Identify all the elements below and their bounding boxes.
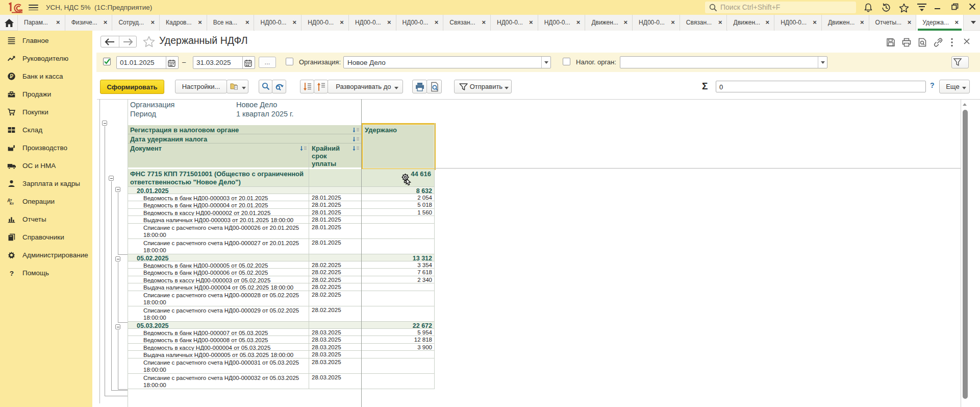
svg-text:Кт: Кт: [10, 201, 14, 206]
svg-text:P: P: [10, 74, 14, 79]
svg-text:?: ?: [10, 270, 14, 277]
